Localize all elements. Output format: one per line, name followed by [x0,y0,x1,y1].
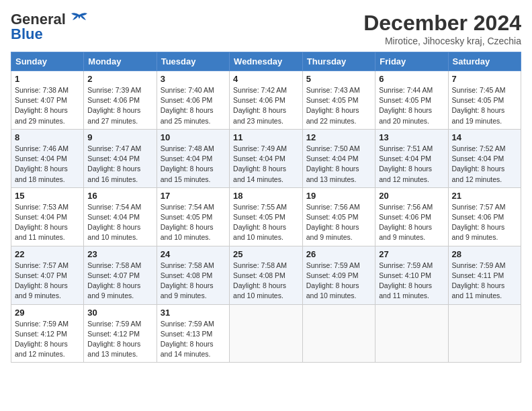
day-info: Sunrise: 7:58 AM Sunset: 4:08 PM Dayligh… [233,261,299,302]
weekday-header-tuesday: Tuesday [157,52,229,71]
sunrise: Sunrise: 7:40 AM [161,86,214,94]
day-info: Sunrise: 7:56 AM Sunset: 4:05 PM Dayligh… [306,202,371,243]
sunrise: Sunrise: 7:48 AM [161,144,214,152]
day-info: Sunrise: 7:51 AM Sunset: 4:04 PM Dayligh… [379,144,444,185]
calendar-cell: 2 Sunrise: 7:39 AM Sunset: 4:06 PM Dayli… [84,71,157,130]
daylight: Daylight: 8 hours and 10 minutes. [161,223,214,241]
weekday-header-friday: Friday [375,52,448,71]
daylight: Daylight: 8 hours and 9 minutes. [452,223,505,241]
calendar-cell: 19 Sunrise: 7:56 AM Sunset: 4:05 PM Dayl… [302,187,375,246]
sunset: Sunset: 4:04 PM [161,154,213,163]
sunset: Sunset: 4:06 PM [87,96,140,104]
sunrise: Sunrise: 7:38 AM [15,86,69,94]
daylight: Daylight: 8 hours and 11 minutes. [15,223,68,241]
sunrise: Sunrise: 7:54 AM [87,203,141,211]
sunset: Sunset: 4:13 PM [161,330,213,338]
calendar-cell: 12 Sunrise: 7:50 AM Sunset: 4:04 PM Dayl… [302,129,375,187]
calendar-cell: 10 Sunrise: 7:48 AM Sunset: 4:04 PM Dayl… [157,129,229,187]
daylight: Daylight: 8 hours and 25 minutes. [161,106,214,124]
sunrise: Sunrise: 7:58 AM [87,261,141,269]
day-info: Sunrise: 7:38 AM Sunset: 4:07 PM Dayligh… [15,85,80,126]
page-header: General Blue December 2024 Mirotice, Jih… [11,11,521,46]
day-info: Sunrise: 7:39 AM Sunset: 4:06 PM Dayligh… [87,85,152,126]
daylight: Daylight: 8 hours and 10 minutes. [306,281,359,300]
day-info: Sunrise: 7:54 AM Sunset: 4:05 PM Dayligh… [161,202,226,243]
day-number: 13 [379,132,444,142]
day-number: 18 [233,191,299,201]
daylight: Daylight: 8 hours and 18 minutes. [15,165,68,183]
day-number: 7 [452,74,518,84]
daylight: Daylight: 8 hours and 19 minutes. [452,106,505,124]
location-subtitle: Mirotice, Jihocesky kraj, Czechia [363,36,521,46]
calendar-cell [302,304,375,363]
sunset: Sunset: 4:04 PM [87,213,140,221]
sunset: Sunset: 4:06 PM [452,213,504,221]
day-info: Sunrise: 7:58 AM Sunset: 4:07 PM Dayligh… [87,261,152,302]
day-info: Sunrise: 7:59 AM Sunset: 4:11 PM Dayligh… [452,261,518,302]
day-info: Sunrise: 7:40 AM Sunset: 4:06 PM Dayligh… [161,85,226,126]
day-number: 26 [306,249,371,259]
sunset: Sunset: 4:04 PM [15,213,67,221]
day-number: 17 [161,191,226,201]
day-number: 3 [161,74,226,84]
calendar-cell: 15 Sunrise: 7:53 AM Sunset: 4:04 PM Dayl… [11,187,84,246]
day-number: 9 [87,132,152,142]
day-info: Sunrise: 7:47 AM Sunset: 4:04 PM Dayligh… [87,144,152,185]
day-number: 20 [379,191,444,201]
month-title: December 2024 [363,11,521,36]
calendar-cell: 3 Sunrise: 7:40 AM Sunset: 4:06 PM Dayli… [157,71,229,130]
sunrise: Sunrise: 7:55 AM [233,203,287,211]
daylight: Daylight: 8 hours and 9 minutes. [306,223,359,241]
sunset: Sunset: 4:05 PM [306,96,359,104]
sunset: Sunset: 4:08 PM [233,271,285,279]
sunset: Sunset: 4:04 PM [452,154,504,163]
calendar-cell: 27 Sunrise: 7:59 AM Sunset: 4:10 PM Dayl… [375,246,448,304]
day-number: 5 [306,74,371,84]
day-info: Sunrise: 7:50 AM Sunset: 4:04 PM Dayligh… [306,144,371,185]
day-info: Sunrise: 7:59 AM Sunset: 4:12 PM Dayligh… [87,319,152,360]
daylight: Daylight: 8 hours and 16 minutes. [87,165,140,183]
day-number: 23 [87,249,152,259]
day-number: 8 [15,132,80,142]
sunset: Sunset: 4:04 PM [306,154,359,163]
logo-bird-icon [70,12,89,27]
day-info: Sunrise: 7:57 AM Sunset: 4:07 PM Dayligh… [15,261,80,302]
sunset: Sunset: 4:12 PM [87,330,140,338]
sunset: Sunset: 4:06 PM [379,213,431,221]
weekday-header-sunday: Sunday [11,52,84,71]
sunrise: Sunrise: 7:47 AM [87,144,141,152]
day-number: 1 [15,74,80,84]
day-info: Sunrise: 7:44 AM Sunset: 4:05 PM Dayligh… [379,85,444,126]
logo-blue: Blue [11,26,43,43]
sunrise: Sunrise: 7:59 AM [306,261,360,269]
day-number: 24 [161,249,226,259]
sunset: Sunset: 4:05 PM [233,213,285,221]
calendar-cell: 14 Sunrise: 7:52 AM Sunset: 4:04 PM Dayl… [448,129,521,187]
sunset: Sunset: 4:04 PM [87,154,140,163]
sunrise: Sunrise: 7:59 AM [87,320,141,328]
day-number: 14 [452,132,518,142]
sunrise: Sunrise: 7:39 AM [87,86,141,94]
daylight: Daylight: 8 hours and 14 minutes. [233,165,286,183]
sunrise: Sunrise: 7:56 AM [306,203,360,211]
calendar-table: SundayMondayTuesdayWednesdayThursdayFrid… [11,52,521,363]
sunrise: Sunrise: 7:59 AM [379,261,433,269]
daylight: Daylight: 8 hours and 14 minutes. [161,340,214,358]
calendar-cell: 8 Sunrise: 7:46 AM Sunset: 4:04 PM Dayli… [11,129,84,187]
sunrise: Sunrise: 7:53 AM [15,203,69,211]
daylight: Daylight: 8 hours and 9 minutes. [379,223,432,241]
daylight: Daylight: 8 hours and 12 minutes. [452,165,505,183]
daylight: Daylight: 8 hours and 10 minutes. [87,223,140,241]
sunset: Sunset: 4:08 PM [161,271,213,279]
day-number: 2 [87,74,152,84]
calendar-cell: 25 Sunrise: 7:58 AM Sunset: 4:08 PM Dayl… [230,246,303,304]
calendar-cell [448,304,521,363]
day-info: Sunrise: 7:45 AM Sunset: 4:05 PM Dayligh… [452,85,518,126]
day-info: Sunrise: 7:48 AM Sunset: 4:04 PM Dayligh… [161,144,226,185]
calendar-cell: 11 Sunrise: 7:49 AM Sunset: 4:04 PM Dayl… [230,129,303,187]
day-number: 31 [161,308,226,318]
daylight: Daylight: 8 hours and 9 minutes. [87,281,140,300]
title-block: December 2024 Mirotice, Jihocesky kraj, … [363,11,521,46]
day-info: Sunrise: 7:57 AM Sunset: 4:06 PM Dayligh… [452,202,518,243]
calendar-cell: 7 Sunrise: 7:45 AM Sunset: 4:05 PM Dayli… [448,71,521,130]
